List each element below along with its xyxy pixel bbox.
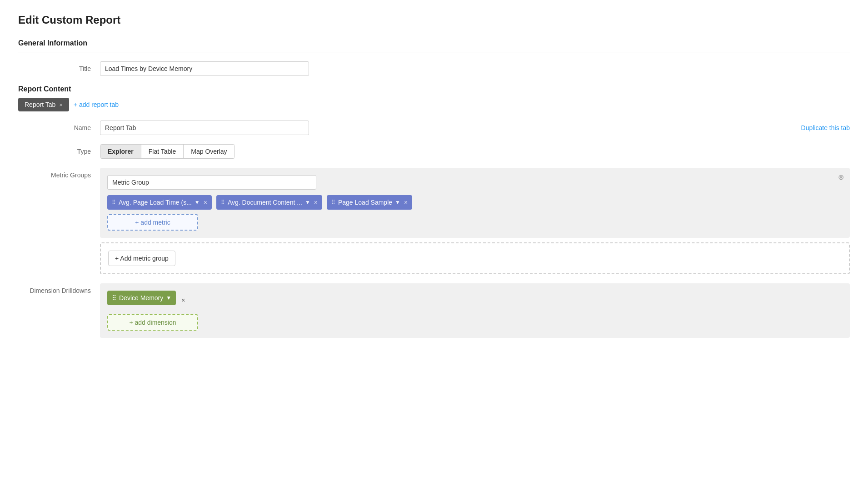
- tab-name-field-row: Name Duplicate this tab: [18, 121, 850, 135]
- dimension-chevron-down-icon[interactable]: ▼: [166, 295, 171, 301]
- chevron-down-icon-2[interactable]: ▼: [305, 199, 310, 206]
- dimension-drilldowns-field-row: Dimension Drilldowns ⠿ Device Memory ▼ ×…: [18, 283, 850, 338]
- drag-handle-icon-3: ⠿: [331, 199, 335, 206]
- tab-name-row-content: Duplicate this tab: [100, 121, 850, 135]
- drag-handle-icon-2: ⠿: [221, 199, 225, 206]
- report-tab-button[interactable]: Report Tab ×: [18, 98, 69, 111]
- add-metric-group-button[interactable]: + Add metric group: [108, 251, 175, 266]
- metric-chip-3[interactable]: ⠿ Page Load Sample ▼ ×: [327, 195, 412, 210]
- metric-groups-label: Metric Groups: [18, 168, 100, 179]
- tabs-row: Report Tab × + add report tab: [18, 98, 850, 111]
- dimension-drag-handle-icon: ⠿: [112, 294, 116, 302]
- metric-groups-field-row: Metric Groups ⊗ ⠿ Avg. Page Load Time (s…: [18, 168, 850, 274]
- metric-group-name-input[interactable]: [107, 175, 316, 190]
- duplicate-tab-button[interactable]: Duplicate this tab: [792, 121, 850, 131]
- type-field-row: Type Explorer Flat Table Map Overlay: [18, 144, 850, 159]
- add-report-tab-button[interactable]: + add report tab: [74, 101, 119, 108]
- type-explorer-button[interactable]: Explorer: [100, 145, 141, 158]
- report-content-heading: Report Content: [18, 85, 850, 93]
- metric-chip-close-3[interactable]: ×: [404, 199, 408, 206]
- add-metric-button[interactable]: + add metric: [107, 214, 198, 231]
- page-title: Edit Custom Report: [18, 14, 850, 26]
- dimension-box: ⠿ Device Memory ▼ × + add dimension: [100, 283, 850, 338]
- tab-name-input[interactable]: [100, 121, 309, 135]
- add-dimension-button[interactable]: + add dimension: [107, 314, 198, 331]
- divider: [18, 52, 850, 52]
- metric-groups-content: ⊗ ⠿ Avg. Page Load Time (s... ▼ × ⠿ Avg.…: [100, 168, 850, 274]
- type-field-content: Explorer Flat Table Map Overlay: [100, 144, 850, 159]
- add-metric-group-box: + Add metric group: [100, 242, 850, 274]
- type-button-group: Explorer Flat Table Map Overlay: [100, 144, 235, 159]
- dimension-chip-label: Device Memory: [119, 294, 163, 302]
- general-information-section: General Information Title: [18, 39, 850, 76]
- dimension-drilldowns-content: ⠿ Device Memory ▼ × + add dimension: [100, 283, 850, 338]
- tab-name-label: Name: [18, 121, 100, 131]
- title-field-row: Title: [18, 61, 850, 76]
- title-input[interactable]: [100, 61, 309, 76]
- title-field-content: [100, 61, 850, 76]
- metric-chip-label-2: Avg. Document Content ...: [228, 199, 302, 206]
- metric-chip-label-3: Page Load Sample: [338, 199, 392, 206]
- dimension-chip-close-icon[interactable]: ×: [181, 297, 185, 304]
- type-flat-table-button[interactable]: Flat Table: [141, 145, 184, 158]
- title-label: Title: [18, 61, 100, 72]
- dimension-chip[interactable]: ⠿ Device Memory ▼: [107, 291, 176, 305]
- tab-label: Report Tab: [25, 101, 55, 108]
- type-map-overlay-button[interactable]: Map Overlay: [184, 145, 234, 158]
- dimension-chip-row: ⠿ Device Memory ▼ ×: [107, 291, 843, 310]
- report-content-section: Report Content Report Tab × + add report…: [18, 85, 850, 338]
- metrics-row: ⠿ Avg. Page Load Time (s... ▼ × ⠿ Avg. D…: [107, 195, 843, 210]
- metric-chip-2[interactable]: ⠿ Avg. Document Content ... ▼ ×: [216, 195, 322, 210]
- metric-chip-label-1: Avg. Page Load Time (s...: [119, 199, 192, 206]
- metric-group-box: ⊗ ⠿ Avg. Page Load Time (s... ▼ × ⠿ Avg.…: [100, 168, 850, 238]
- chevron-down-icon-1[interactable]: ▼: [195, 199, 200, 206]
- type-label: Type: [18, 144, 100, 155]
- tab-close-icon[interactable]: ×: [59, 101, 63, 108]
- metric-chip-close-1[interactable]: ×: [204, 199, 207, 206]
- metric-chip-1[interactable]: ⠿ Avg. Page Load Time (s... ▼ ×: [107, 195, 212, 210]
- general-information-heading: General Information: [18, 39, 850, 47]
- metric-group-close-icon[interactable]: ⊗: [836, 172, 845, 181]
- chevron-down-icon-3[interactable]: ▼: [395, 199, 400, 206]
- dimension-drilldowns-label: Dimension Drilldowns: [18, 283, 100, 294]
- metric-chip-close-2[interactable]: ×: [314, 199, 318, 206]
- drag-handle-icon-1: ⠿: [112, 199, 116, 206]
